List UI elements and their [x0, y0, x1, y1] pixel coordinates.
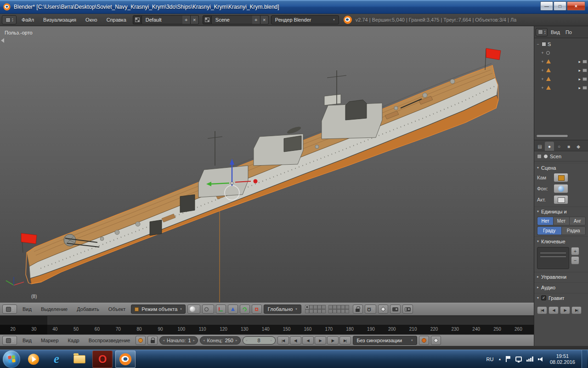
cursor-icon[interactable]: ▸	[578, 68, 581, 73]
lock-to-scene-button[interactable]	[353, 305, 363, 314]
playback-button-3[interactable]: ▶	[315, 336, 326, 345]
rotation-option-Граду[interactable]: Граду	[537, 226, 561, 235]
pivot-center-selector[interactable]: ▾	[202, 305, 214, 314]
units-option-Мет[interactable]: Мет	[553, 217, 569, 225]
display-icon[interactable]	[515, 356, 522, 362]
outliner-row[interactable]: +▸	[534, 66, 588, 75]
layer-cell[interactable]	[322, 309, 326, 313]
translate-manipulator-button[interactable]	[228, 305, 238, 314]
layer-cell[interactable]	[313, 309, 317, 313]
layer-cell[interactable]	[337, 305, 341, 309]
render-toggle-icon[interactable]	[582, 77, 587, 81]
camera-picker-button[interactable]	[554, 173, 568, 182]
volume-icon[interactable]	[538, 356, 543, 362]
minimize-button[interactable]: —	[540, 1, 553, 11]
expander-icon[interactable]: +	[540, 59, 545, 64]
tray-expand-icon[interactable]: ▲	[498, 357, 502, 361]
expander-icon[interactable]: +	[540, 86, 545, 90]
tab-scene[interactable]: ●	[545, 142, 554, 151]
outliner-row[interactable]: −S	[534, 40, 588, 48]
tl-menu-playback[interactable]: Воспроизведение	[85, 338, 134, 343]
render-toggle-icon[interactable]	[582, 86, 587, 90]
mode-selector[interactable]: Режим объекта ▾	[131, 305, 186, 314]
timeline-area[interactable]	[0, 316, 534, 325]
start-frame-field[interactable]: ◂ Начало: 1 ▸	[159, 336, 198, 345]
tl-menu-view[interactable]: Вид	[19, 338, 35, 343]
gravity-checkbox[interactable]: ✓	[541, 295, 546, 300]
action-center-flag-icon[interactable]	[506, 356, 511, 362]
world-picker-button[interactable]	[554, 184, 568, 193]
opengl-render-anim-button[interactable]	[402, 305, 413, 314]
preview-range-button[interactable]	[136, 336, 146, 345]
expander-icon[interactable]: +	[540, 77, 545, 81]
color-management-section-header[interactable]: ▸ Управлени	[534, 272, 588, 281]
scene-section-header[interactable]: ▾ Сцена	[534, 163, 588, 172]
current-frame-field[interactable]: ◂ 8 ▸	[243, 336, 276, 345]
render-toggle-icon[interactable]	[582, 69, 587, 72]
manipulator-toggle-button[interactable]	[216, 305, 226, 314]
playback-button-5[interactable]: ▶|	[339, 336, 351, 345]
network-icon[interactable]	[526, 356, 533, 362]
outliner-row[interactable]: +▸	[534, 83, 588, 92]
units-section-header[interactable]: ▾ Единицы и	[534, 207, 588, 216]
scene-selector[interactable]: Scene + ×	[203, 15, 269, 24]
scale-manipulator-button[interactable]	[252, 305, 262, 314]
outliner-view-menu[interactable]: Вид	[548, 29, 562, 35]
cursor-icon[interactable]: ▸	[578, 77, 581, 81]
add-layout-button[interactable]: +	[182, 15, 191, 24]
delete-layout-button[interactable]: ×	[191, 15, 199, 24]
close-button[interactable]: ×	[567, 1, 585, 11]
tl-menu-marker[interactable]: Маркер	[37, 338, 62, 343]
menu-window[interactable]: Окно	[81, 17, 102, 23]
tl-menu-frame[interactable]: Кадр	[64, 338, 83, 343]
screen-picker-button[interactable]	[554, 195, 568, 204]
sync-mode-selector[interactable]: Без синхронизации ▾	[353, 336, 417, 345]
rotate-manipulator-button[interactable]	[240, 305, 250, 314]
audio-section-header[interactable]: ▸ Аудио	[534, 282, 588, 292]
props-nav-button-0[interactable]: |◀	[537, 306, 547, 314]
add-keying-set-button[interactable]: +	[571, 247, 579, 255]
arrow-right-icon[interactable]: ▸	[193, 339, 195, 342]
tab-object[interactable]: ■	[564, 142, 573, 151]
arrow-left-icon[interactable]: ◂	[246, 339, 248, 342]
add-scene-button[interactable]: +	[252, 15, 260, 24]
arrow-right-icon[interactable]: ▸	[271, 339, 272, 342]
blender-taskbar-button[interactable]	[115, 351, 136, 368]
layer-cell[interactable]	[333, 305, 337, 309]
end-frame-field[interactable]: ◂ Конец: 250 ▸	[200, 336, 240, 345]
units-option-Анг[interactable]: Анг	[569, 217, 586, 225]
playback-button-2[interactable]: ◀	[302, 336, 314, 345]
layer-cell[interactable]	[305, 309, 309, 313]
props-nav-button-1[interactable]: ◀	[548, 306, 559, 314]
layers-widget[interactable]	[305, 305, 349, 313]
expander-icon[interactable]: −	[536, 42, 540, 46]
layer-cell[interactable]	[333, 309, 337, 313]
viewport-3d[interactable]: Польз.-орто (8)	[0, 26, 534, 303]
arrow-left-icon[interactable]: ◂	[203, 339, 205, 342]
opera-taskbar-button[interactable]: O	[92, 351, 113, 368]
vp-menu-add[interactable]: Добавить	[73, 306, 103, 312]
layer-cell[interactable]	[317, 305, 322, 309]
menu-help[interactable]: Справка	[102, 17, 130, 23]
outliner-hscrollbar[interactable]	[536, 134, 568, 138]
viewport-shading-selector[interactable]: ▾	[187, 305, 201, 314]
remove-keying-set-button[interactable]: −	[571, 256, 579, 264]
maximize-button[interactable]: □	[554, 1, 566, 11]
tab-world[interactable]: ○	[554, 142, 564, 151]
rotation-option-Радиа[interactable]: Радиа	[561, 226, 586, 235]
outliner-editor-type-button[interactable]: ▴▾	[536, 28, 548, 36]
layer-cell[interactable]	[345, 309, 349, 313]
vp-menu-object[interactable]: Объект	[105, 306, 129, 312]
screen-layout-selector[interactable]: Default + ×	[133, 15, 199, 24]
layer-grid-2[interactable]	[328, 305, 349, 313]
lock-time-button[interactable]	[147, 336, 158, 345]
opengl-render-button[interactable]	[390, 305, 401, 314]
layer-cell[interactable]	[337, 309, 341, 313]
playback-button-4[interactable]: |▶	[327, 336, 339, 345]
playback-button-0[interactable]: |◀	[277, 336, 289, 345]
layer-cell[interactable]	[328, 305, 333, 309]
auto-keyframe-button[interactable]	[419, 336, 429, 345]
transform-orientation-selector[interactable]: Глобально ▾	[264, 305, 301, 314]
expander-icon[interactable]: +	[540, 51, 545, 55]
layer-cell[interactable]	[341, 309, 345, 313]
